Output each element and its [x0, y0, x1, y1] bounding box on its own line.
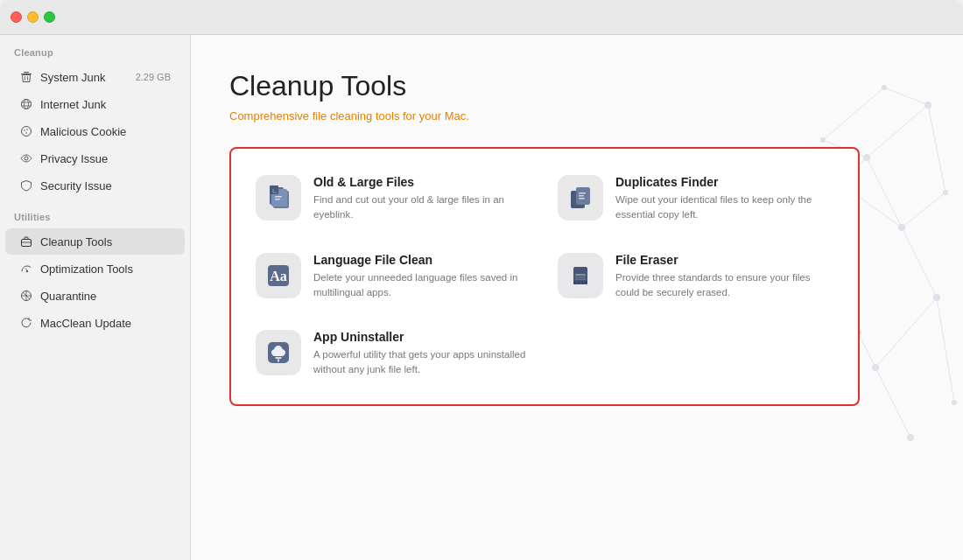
main-content: Cleanup Tools Comprehensive file cleanin…: [191, 35, 963, 560]
tool-desc-language-file-clean: Delete your unneeded language files save…: [313, 270, 531, 301]
shield-icon: [19, 178, 33, 192]
svg-text:Aa: Aa: [270, 269, 287, 284]
sidebar-item-privacy-issue[interactable]: Privacy Issue: [5, 145, 185, 172]
sidebar-item-quarantine-label: Quarantine: [40, 290, 171, 303]
tool-name-app-uninstaller: App Uninstaller: [313, 330, 531, 344]
tool-desc-old-large-files: Find and cut out your old & large files …: [313, 192, 531, 223]
svg-rect-59: [579, 195, 584, 197]
close-button[interactable]: [11, 11, 22, 23]
svg-point-9: [24, 130, 25, 131]
tool-text-language-file-clean: Language File Clean Delete your unneeded…: [313, 253, 531, 301]
tool-name-duplicates-finder: Duplicates Finder: [615, 175, 833, 189]
svg-rect-66: [575, 278, 586, 280]
tool-item-duplicates-finder[interactable]: Duplicates Finder Wipe out your identica…: [547, 163, 844, 235]
tool-text-app-uninstaller: App Uninstaller A powerful utility that …: [313, 330, 531, 378]
svg-line-48: [902, 192, 945, 228]
sidebar-item-cleanup-tools-label: Cleanup Tools: [40, 235, 171, 248]
page-subtitle: Comprehensive file cleaning tools for yo…: [229, 109, 924, 122]
sidebar-item-security-issue-label: Security Issue: [40, 179, 171, 192]
tool-text-file-eraser: File Eraser Provide three standards to e…: [615, 253, 833, 301]
svg-point-24: [933, 294, 940, 301]
svg-rect-60: [579, 198, 585, 200]
uninstaller-icon: [256, 330, 301, 375]
sidebar-item-optimization-tools[interactable]: Optimization Tools: [5, 256, 185, 282]
sidebar-item-system-junk[interactable]: System Junk 2.29 GB: [5, 64, 185, 90]
cookie-icon: [19, 124, 33, 138]
sidebar-item-malicious-cookie[interactable]: Malicious Cookie: [5, 118, 185, 144]
svg-line-44: [937, 298, 954, 402]
tool-text-old-large-files: Old & Large Files Find and cut out your …: [313, 175, 531, 223]
tools-grid: Old & Large Files Find and cut out your …: [245, 163, 844, 390]
svg-point-8: [22, 127, 32, 136]
tool-item-language-file-clean[interactable]: Aa Language File Clean Delete your unnee…: [245, 241, 542, 313]
sidebar-item-system-junk-badge: 2.29 GB: [136, 72, 171, 82]
sidebar-item-malicious-cookie-label: Malicious Cookie: [40, 125, 171, 138]
sidebar-item-privacy-issue-label: Privacy Issue: [40, 152, 171, 165]
svg-line-38: [875, 368, 910, 438]
svg-rect-54: [275, 199, 280, 200]
svg-rect-65: [575, 276, 586, 278]
svg-point-23: [898, 224, 905, 231]
svg-rect-58: [579, 192, 586, 194]
svg-point-25: [872, 364, 879, 371]
svg-point-5: [25, 100, 29, 109]
svg-point-11: [25, 132, 27, 134]
svg-line-16: [25, 269, 28, 270]
eraser-icon: [558, 253, 603, 298]
tool-item-file-eraser[interactable]: File Eraser Provide three standards to e…: [547, 241, 844, 313]
svg-point-30: [943, 190, 948, 195]
svg-line-36: [902, 228, 937, 298]
svg-point-22: [863, 154, 870, 161]
tool-text-duplicates-finder: Duplicates Finder Wipe out your identica…: [615, 175, 833, 223]
sidebar-item-macclean-update[interactable]: MacClean Update: [5, 310, 185, 336]
title-bar: [0, 0, 963, 35]
sidebar-item-cleanup-tools[interactable]: Cleanup Tools: [5, 228, 185, 255]
tools-grid-container: Old & Large Files Find and cut out your …: [229, 147, 860, 406]
svg-point-12: [25, 157, 28, 160]
globe-icon: [19, 97, 33, 111]
sidebar: Cleanup System Junk 2.29 GB: [0, 35, 191, 560]
svg-line-43: [858, 332, 875, 368]
svg-point-4: [22, 100, 32, 109]
sidebar-item-system-junk-label: System Junk: [40, 71, 129, 84]
svg-rect-64: [575, 274, 586, 276]
svg-line-49: [928, 105, 945, 192]
maximize-button[interactable]: [44, 11, 55, 23]
svg-point-32: [820, 137, 826, 143]
svg-line-37: [875, 298, 937, 368]
tool-item-old-large-files[interactable]: Old & Large Files Find and cut out your …: [245, 163, 542, 235]
language-icon: Aa: [256, 253, 301, 298]
sidebar-section-utilities: Utilities: [0, 212, 190, 228]
files-icon: [256, 175, 301, 220]
page-title: Cleanup Tools: [229, 70, 924, 102]
tool-item-app-uninstaller[interactable]: App Uninstaller A powerful utility that …: [245, 318, 542, 390]
svg-rect-53: [275, 196, 282, 198]
quarantine-icon: [19, 289, 33, 303]
svg-point-33: [952, 400, 957, 405]
minimize-button[interactable]: [27, 11, 39, 23]
update-icon: [19, 316, 33, 330]
svg-line-35: [867, 158, 902, 228]
svg-point-26: [907, 434, 914, 441]
tool-desc-duplicates-finder: Wipe out your identical files to keep on…: [615, 192, 833, 223]
eye-icon: [19, 151, 33, 165]
sidebar-item-internet-junk-label: Internet Junk: [40, 98, 171, 111]
sidebar-item-quarantine[interactable]: Quarantine: [5, 283, 185, 309]
duplicate-icon: [558, 175, 603, 220]
tool-desc-file-eraser: Provide three standards to ensure your f…: [615, 270, 833, 301]
svg-point-10: [26, 129, 28, 130]
sidebar-section-cleanup: Cleanup: [0, 47, 190, 63]
app-container: Cleanup System Junk 2.29 GB: [0, 35, 963, 560]
sidebar-item-internet-junk[interactable]: Internet Junk: [5, 91, 185, 117]
svg-point-15: [26, 270, 28, 272]
tool-name-old-large-files: Old & Large Files: [313, 175, 531, 189]
svg-point-21: [924, 102, 931, 108]
briefcase-icon: [19, 234, 33, 248]
tool-name-file-eraser: File Eraser: [615, 253, 833, 267]
speedometer-icon: [19, 262, 33, 276]
sidebar-item-security-issue[interactable]: Security Issue: [5, 172, 185, 199]
traffic-lights: [11, 11, 55, 23]
svg-rect-1: [24, 72, 29, 73]
sidebar-item-optimization-tools-label: Optimization Tools: [40, 262, 171, 276]
tool-desc-app-uninstaller: A powerful utility that gets your apps u…: [313, 347, 531, 378]
